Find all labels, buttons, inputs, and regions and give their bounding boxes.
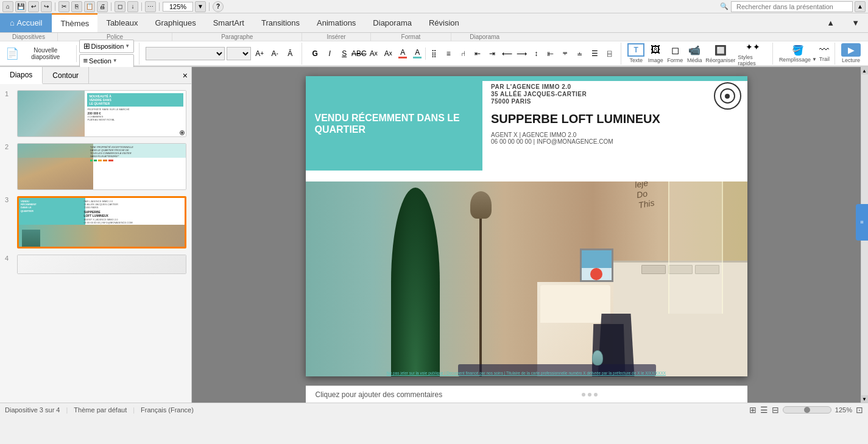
view-outline-btn[interactable]: ☰ xyxy=(760,405,768,415)
subscript-btn[interactable]: Ax xyxy=(367,47,380,60)
zoom-slider[interactable] xyxy=(783,406,831,414)
menu-item-tableaux[interactable]: Tableaux xyxy=(97,13,146,32)
paste-btn[interactable]: 📋 xyxy=(84,1,95,12)
highlight-btn[interactable]: A xyxy=(411,47,424,60)
nouvelle-diapositive-btn[interactable]: 📄 Nouvelle diapositive xyxy=(2,44,74,63)
font-increase-btn[interactable]: A+ xyxy=(253,47,266,60)
image-btn[interactable]: 🖼 Image xyxy=(647,43,664,63)
menu-item-animations[interactable]: Animations xyxy=(308,13,364,32)
section-btn[interactable]: ≡ Section ▼ xyxy=(79,54,135,68)
indent-inc-btn[interactable]: ⇥ xyxy=(485,47,499,60)
remplissage-btn[interactable]: 🪣 Remplissage ▼ xyxy=(779,44,817,63)
align-left-btn[interactable]: ⫦ xyxy=(544,47,557,60)
trait-label: Trail xyxy=(819,56,830,62)
more-btn[interactable]: ⋯ xyxy=(145,1,156,12)
zoom-dropdown-btn[interactable]: ▼ xyxy=(195,1,206,12)
main-slide[interactable]: lejeDoThis VENDU RÉCEMMENT DANS LE QUART… xyxy=(306,76,747,376)
theme-info: Thème par défaut xyxy=(74,406,127,414)
align-right-btn[interactable]: ⫨ xyxy=(573,47,587,60)
shapes-btn[interactable]: ◻ xyxy=(115,1,125,12)
menu-item-diaporama[interactable]: Diaporama xyxy=(364,13,420,32)
arrow-btn[interactable]: ↓ xyxy=(127,1,138,12)
tab-contour[interactable]: Contour xyxy=(43,67,89,83)
logo-dot xyxy=(725,94,730,99)
indent-dec-btn[interactable]: ⇤ xyxy=(471,47,484,60)
text-dir-btn[interactable]: ⌸ xyxy=(602,47,616,60)
forme-icon: ◻ xyxy=(666,43,683,57)
texte-btn[interactable]: T Texte xyxy=(627,43,644,63)
collapse-btn[interactable]: ▲ xyxy=(855,1,866,12)
menu-item-themes[interactable]: Thèmes xyxy=(52,13,97,32)
bold-btn[interactable]: G xyxy=(308,47,322,60)
qa-sep5 xyxy=(209,2,210,11)
fit-window-btn[interactable]: ⊡ xyxy=(856,405,863,415)
close-panel-btn[interactable]: × xyxy=(179,67,191,83)
slide-thumb-4[interactable]: 4 xyxy=(4,253,188,275)
home-qa-btn[interactable]: ⌂ xyxy=(2,1,13,12)
line-spacing-btn[interactable]: ↕ xyxy=(529,47,543,60)
tab-diapos[interactable]: Diapos xyxy=(0,67,43,84)
print-btn[interactable]: 🖨 xyxy=(97,1,108,12)
trait-btn[interactable]: 〰 Trail xyxy=(819,44,830,62)
menu-item-accueil[interactable]: ⌂ Accueil xyxy=(0,13,52,32)
right-badge[interactable]: ≡ xyxy=(856,204,868,241)
view-sort-btn[interactable]: ⊟ xyxy=(772,405,779,415)
numbering-btn[interactable]: ⑁ xyxy=(456,47,470,60)
slide-thumb-3[interactable]: 3 VENDURÉCEMMENTDANS LEQUARTIER PAR L'AG… xyxy=(4,195,188,250)
justify-btn[interactable]: ☰ xyxy=(588,47,601,60)
bullet-btn[interactable]: ≡ xyxy=(442,47,455,60)
cut-btn[interactable]: ✂ xyxy=(58,1,69,12)
menu-item-revision[interactable]: Révision xyxy=(420,13,468,32)
menu-collapse-down[interactable]: ▼ xyxy=(843,13,868,32)
slide-preview-1[interactable]: NOUVEAUTÉ ÀVENDRE DANSLE QUARTIER PROPRI… xyxy=(17,90,186,137)
slide-thumb-1[interactable]: 1 NOUVEAUTÉ ÀVENDRE DANSLE QUARTIER PROP… xyxy=(4,89,188,138)
thumb4-bg xyxy=(18,255,186,273)
menu-item-graphiques[interactable]: Graphiques xyxy=(146,13,204,32)
slide-preview-4[interactable] xyxy=(17,255,186,274)
italic-btn[interactable]: I xyxy=(323,47,336,60)
scroll-up-btn[interactable]: ▲ xyxy=(861,67,868,74)
superscript-btn[interactable]: Ax xyxy=(381,47,395,60)
contour-label: Contour xyxy=(52,71,79,80)
lecture-btn[interactable]: ▶ Lecture xyxy=(841,43,861,63)
font-color-btn[interactable]: A xyxy=(396,47,409,60)
disposition-btn[interactable]: ⊞ Disposition ▼ xyxy=(79,40,135,53)
menu-collapse-up[interactable]: ▲ xyxy=(818,13,843,32)
forme-btn[interactable]: ◻ Forme xyxy=(666,43,683,63)
help-btn[interactable]: ? xyxy=(213,1,224,12)
align-cols-btn[interactable]: ⣿ xyxy=(427,47,440,60)
font-size-select[interactable] xyxy=(227,47,251,60)
clear-format-btn[interactable]: Ā xyxy=(283,47,297,60)
rtl-btn[interactable]: ⟵ xyxy=(500,47,513,60)
thumb3-plant xyxy=(22,230,40,247)
slide-preview-2[interactable]: "UNE PROPRIÉTÉ EXCEPTIONNELLEDANS LE QUA… xyxy=(17,143,186,190)
zoom-input[interactable] xyxy=(163,2,193,12)
search-input[interactable] xyxy=(731,1,853,12)
menu-item-smartart[interactable]: SmartArt xyxy=(205,13,253,32)
ltr-btn[interactable]: ⟶ xyxy=(515,47,528,60)
comment-bar[interactable]: Cliquez pour ajouter des commentaires xyxy=(306,386,747,403)
reorganiser-btn[interactable]: 🔲 Réorganiser xyxy=(705,43,735,63)
save-btn[interactable]: 💾 xyxy=(15,1,26,12)
styles-rapides-btn[interactable]: ✦✦ Styles rapides xyxy=(738,40,767,66)
view-normal-btn[interactable]: ⊞ xyxy=(749,405,757,415)
underline-btn[interactable]: S xyxy=(337,47,351,60)
scroll-down-btn[interactable]: ▼ xyxy=(861,395,868,403)
font-name-select[interactable] xyxy=(146,47,225,60)
slide-preview-3[interactable]: VENDURÉCEMMENTDANS LEQUARTIER PAR L'AGEN… xyxy=(17,196,186,248)
undo-btn[interactable]: ↩ xyxy=(28,1,39,12)
media-btn[interactable]: 📹 Média xyxy=(686,43,703,63)
menu-item-transitions[interactable]: Transitions xyxy=(253,13,308,32)
top-content-area: VENDU RÉCEMMENT DANS LE QUARTIER PAR L'A… xyxy=(306,76,747,181)
slide-info: Diapositive 3 sur 4 xyxy=(5,406,60,414)
redo-btn[interactable]: ↪ xyxy=(41,1,52,12)
slide-thumb-2[interactable]: 2 "UNE PROPRIÉTÉ EXCEPTIONNELLEDANS LE Q… xyxy=(4,142,188,191)
badge-label: ≡ xyxy=(859,220,865,224)
strikethrough-btn[interactable]: ABC xyxy=(352,47,365,60)
align-center-btn[interactable]: ⫧ xyxy=(559,47,572,60)
copy-btn[interactable]: ⎘ xyxy=(71,1,82,12)
new-slide-icon: 📄 xyxy=(5,47,19,60)
diaporama-label: Diaporama xyxy=(373,18,412,27)
thumb2-energy xyxy=(90,160,184,161)
font-decrease-btn[interactable]: A- xyxy=(268,47,281,60)
